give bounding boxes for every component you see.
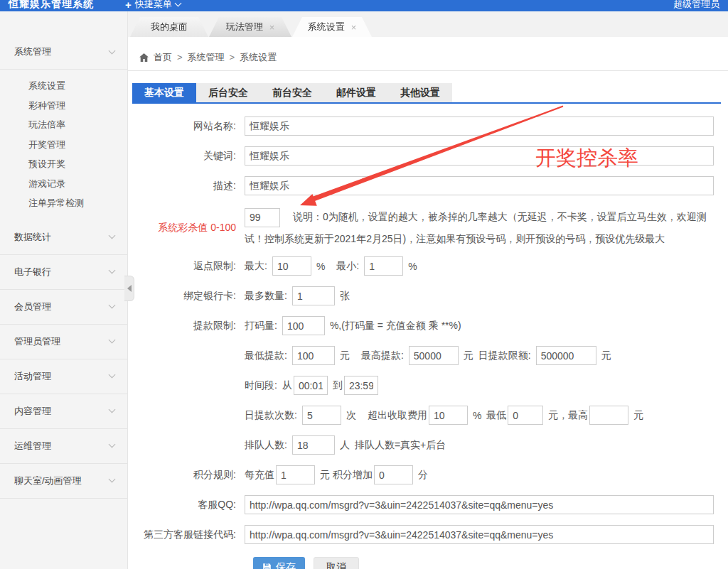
sidebar-group-chatroom-animation-management[interactable]: 聊天室/动画管理 bbox=[0, 464, 127, 499]
daily-times-input[interactable] bbox=[302, 406, 341, 425]
quick-menu-label: 快捷菜单 bbox=[135, 0, 172, 11]
bet-volume-input[interactable] bbox=[282, 316, 325, 335]
unit-label: 人 bbox=[340, 439, 350, 452]
queue-row: 排队人数: 人 排队人数=真实+后台 bbox=[132, 435, 721, 455]
close-icon[interactable]: × bbox=[351, 23, 357, 32]
inline-label: 元 积分增加 bbox=[320, 469, 373, 482]
fee-min-input[interactable] bbox=[508, 406, 543, 425]
field-label: 客服QQ: bbox=[132, 499, 245, 511]
unit-label: 元 bbox=[633, 409, 643, 422]
tab-frontend-security[interactable]: 前台安全 bbox=[260, 83, 324, 102]
points-add-input[interactable] bbox=[374, 465, 413, 484]
kill-rate-input[interactable] bbox=[245, 208, 280, 227]
keywords-input[interactable] bbox=[245, 146, 714, 166]
quick-menu-button[interactable]: + 快捷菜单 bbox=[125, 0, 181, 11]
current-user[interactable]: 超级管理员 bbox=[673, 0, 719, 11]
tab-mail-settings[interactable]: 邮件设置 bbox=[324, 83, 388, 102]
sidebar-item-play-odds[interactable]: 玩法倍率 bbox=[0, 115, 127, 135]
sidebar-item-preset-draw[interactable]: 预设开奖 bbox=[0, 154, 127, 174]
points-rule-row: 积分规则: 每充值 元 积分增加 分 bbox=[132, 465, 721, 484]
sidebar-group-operations-management[interactable]: 运维管理 bbox=[0, 429, 127, 464]
inline-label: 打码量: bbox=[245, 320, 277, 332]
queue-note: 排队人数=真实+后台 bbox=[355, 439, 446, 452]
queue-input[interactable] bbox=[292, 435, 335, 455]
sidebar-group-label: 内容管理 bbox=[14, 405, 51, 418]
tab-label: 系统设置 bbox=[308, 17, 345, 37]
sidebar-group-label: 数据统计 bbox=[14, 231, 51, 244]
unit-label: 分 bbox=[418, 469, 428, 482]
collapse-arrow-icon bbox=[127, 285, 132, 292]
min-withdraw-input[interactable] bbox=[292, 346, 335, 365]
keywords-row: 关键词: bbox=[132, 146, 721, 166]
sidebar-item-order-anomaly-detection[interactable]: 注单异常检测 bbox=[0, 193, 127, 213]
inline-label: 每充值 bbox=[245, 469, 274, 482]
site-name-row: 网站名称: bbox=[132, 116, 721, 136]
description-input[interactable] bbox=[245, 176, 714, 195]
cancel-button[interactable]: 取消 bbox=[314, 557, 359, 569]
breadcrumb: 首页 > 系统管理 > 系统设置 bbox=[128, 44, 728, 71]
field-label: 关键词: bbox=[132, 150, 245, 163]
sidebar-item-system-settings[interactable]: 系统设置 bbox=[0, 76, 127, 96]
sidebar-group-system-management[interactable]: 系统管理 bbox=[0, 35, 127, 70]
chevron-down-icon bbox=[109, 406, 116, 413]
tab-other-settings[interactable]: 其他设置 bbox=[388, 83, 452, 102]
window-tab-strip: 我的桌面 玩法管理 × 系统设置 × bbox=[128, 11, 728, 37]
main-area: 我的桌面 玩法管理 × 系统设置 × 首页 > 系统管理 > 系统设置 基本设置… bbox=[128, 11, 728, 569]
rebate-min-input[interactable] bbox=[364, 256, 403, 276]
sidebar-item-draw-management[interactable]: 开奖管理 bbox=[0, 135, 127, 155]
breadcrumb-home[interactable]: 首页 bbox=[154, 51, 172, 64]
chevron-down-icon bbox=[109, 302, 116, 309]
sidebar-group-activity-management[interactable]: 活动管理 bbox=[0, 359, 127, 394]
site-name-input[interactable] bbox=[245, 116, 714, 136]
third-party-row: 第三方客服链接代码: bbox=[132, 525, 721, 544]
rebate-max-input[interactable] bbox=[272, 256, 311, 276]
rebate-limit-row: 返点限制: 最大: % 最小: % bbox=[132, 256, 721, 276]
unit-label: % bbox=[408, 261, 417, 272]
inline-label: 最低 bbox=[486, 409, 506, 422]
tab-system-settings[interactable]: 系统设置 × bbox=[292, 17, 372, 37]
sidebar-collapse-handle[interactable] bbox=[124, 276, 134, 301]
third-party-input[interactable] bbox=[245, 525, 714, 544]
points-per-input[interactable] bbox=[276, 465, 315, 484]
time-to-input[interactable] bbox=[344, 376, 378, 395]
save-button[interactable]: 保存 bbox=[253, 557, 305, 569]
fee-max-input[interactable] bbox=[589, 406, 628, 425]
bankcard-max-input[interactable] bbox=[292, 286, 335, 305]
sidebar-group-content-management[interactable]: 内容管理 bbox=[0, 394, 127, 429]
kill-rate-note: 说明：0为随机，设置的越大，被杀掉的几率越大（无延迟，不卡奖，设置后立马生效，欢… bbox=[245, 211, 707, 244]
tab-backend-security[interactable]: 后台安全 bbox=[196, 83, 260, 102]
chevron-down-icon bbox=[109, 476, 116, 483]
sidebar-group-admin-management[interactable]: 管理员管理 bbox=[0, 325, 127, 359]
sidebar-group-label: 管理员管理 bbox=[14, 335, 60, 348]
topbar: 恒耀娱乐管理系统 + 快捷菜单 超级管理员 bbox=[0, 0, 728, 11]
daily-times-row: 日提款次数: 次 超出收取费用 % 最低 元，最高 元 bbox=[132, 406, 721, 425]
tab-my-desktop[interactable]: 我的桌面 bbox=[130, 17, 208, 37]
withdraw-limit-row: 提款限制: 打码量: %,(打码量 = 充值金额 乘 **%) bbox=[132, 316, 721, 335]
daily-limit-input[interactable] bbox=[536, 346, 596, 365]
fee-input[interactable] bbox=[429, 406, 468, 425]
field-label: 系统彩杀值 0-100 bbox=[132, 222, 245, 234]
save-button-label: 保存 bbox=[276, 561, 296, 569]
sidebar-group-data-statistics[interactable]: 数据统计 bbox=[0, 220, 127, 255]
qq-input[interactable] bbox=[245, 495, 714, 514]
plus-icon: + bbox=[125, 0, 132, 10]
inline-label: 排队人数: bbox=[245, 439, 287, 452]
basic-settings-form: 网站名称: 关键词: 描述: 系统彩杀值 0-100 bbox=[132, 116, 721, 569]
max-withdraw-input[interactable] bbox=[409, 346, 459, 365]
inline-label: 日提款限额: bbox=[478, 349, 531, 362]
time-from-input[interactable] bbox=[294, 376, 328, 395]
sidebar-item-game-records[interactable]: 游戏记录 bbox=[0, 174, 127, 194]
close-icon[interactable]: × bbox=[269, 23, 275, 32]
unit-label: 元 bbox=[340, 349, 350, 362]
sidebar-group-member-management[interactable]: 会员管理 bbox=[0, 290, 127, 325]
inline-label: 最多数量: bbox=[245, 290, 287, 303]
unit-label: 元 bbox=[464, 349, 473, 362]
tab-basic-settings[interactable]: 基本设置 bbox=[132, 83, 196, 102]
chevron-down-icon bbox=[109, 47, 116, 54]
unit-label: 元 bbox=[601, 349, 611, 362]
sidebar-item-lottery-management[interactable]: 彩种管理 bbox=[0, 96, 127, 116]
breadcrumb-item[interactable]: 系统管理 bbox=[188, 51, 225, 64]
tab-play-management[interactable]: 玩法管理 × bbox=[209, 17, 291, 37]
tab-label: 我的桌面 bbox=[151, 17, 188, 37]
sidebar-group-e-banking[interactable]: 电子银行 bbox=[0, 255, 127, 290]
